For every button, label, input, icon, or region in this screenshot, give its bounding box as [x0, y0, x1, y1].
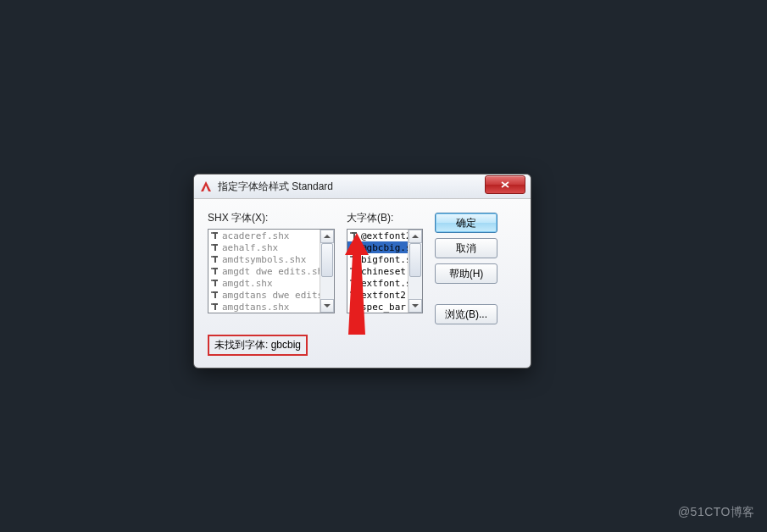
svg-point-11: [350, 280, 352, 281]
scroll-up-button[interactable]: [409, 230, 422, 243]
font-icon: [210, 266, 220, 276]
list-item-label: amdtsymbols.shx: [222, 254, 306, 265]
font-icon: [349, 230, 359, 241]
font-icon: [210, 242, 220, 252]
svg-point-2: [211, 256, 213, 258]
shx-scrollbar[interactable]: [320, 230, 334, 313]
shx-listbox[interactable]: acaderef.shxaehalf.shxamdtsymbols.shxamg…: [208, 229, 335, 313]
svg-point-5: [211, 291, 213, 293]
ok-button[interactable]: 确定: [435, 213, 497, 233]
list-item-label: amgdtans.shx: [222, 302, 289, 313]
list-item-label: amgdt.shx: [222, 278, 273, 289]
svg-point-8: [350, 244, 352, 246]
svg-point-0: [211, 232, 213, 234]
list-item[interactable]: amgdt dwe edits.shx: [208, 265, 334, 277]
bigfont-label: 大字体(B):: [347, 211, 423, 225]
scroll-down-button[interactable]: [409, 299, 422, 313]
button-column: 确定 取消 帮助(H) 浏览(B)...: [435, 211, 497, 324]
dialog-title: 指定字体给样式 Standard: [218, 180, 529, 194]
list-item-label: aehalf.shx: [222, 242, 278, 253]
bigfont-listbox[interactable]: @extfont2.s@gbcbig.shxbigfont.shxchinese…: [347, 229, 423, 313]
scroll-track[interactable]: [320, 243, 334, 299]
list-item-label: amgdt dwe edits.shx: [222, 266, 329, 277]
close-button[interactable]: [485, 175, 525, 194]
svg-point-9: [350, 256, 352, 258]
svg-point-4: [211, 280, 213, 281]
svg-point-7: [350, 232, 352, 234]
shx-label: SHX 字体(X):: [208, 211, 335, 225]
watermark: @51CTO博客: [678, 505, 755, 520]
font-icon: [349, 278, 359, 288]
scroll-track[interactable]: [409, 243, 422, 299]
font-icon: [349, 302, 359, 312]
list-item[interactable]: amgdtans.shx: [208, 301, 334, 313]
list-item[interactable]: amgdtans dwe edits: [208, 289, 334, 301]
missing-font-status: 未找到字体: gbcbig: [208, 335, 308, 356]
svg-point-3: [211, 268, 213, 269]
titlebar[interactable]: 指定字体给样式 Standard: [194, 175, 531, 199]
font-icon: [210, 230, 220, 241]
list-item[interactable]: aehalf.shx: [208, 241, 334, 253]
scroll-down-button[interactable]: [320, 299, 334, 313]
font-icon: [349, 254, 359, 264]
cancel-button[interactable]: 取消: [435, 238, 497, 258]
list-item[interactable]: acaderef.shx: [208, 230, 334, 241]
browse-button[interactable]: 浏览(B)...: [435, 304, 497, 324]
bigfont-column: 大字体(B): @extfont2.s@gbcbig.shxbigfont.sh…: [347, 211, 423, 324]
shx-column: SHX 字体(X): acaderef.shxaehalf.shxamdtsym…: [208, 211, 335, 324]
svg-point-13: [350, 303, 352, 305]
font-icon: [210, 302, 220, 312]
scroll-thumb[interactable]: [321, 243, 333, 277]
big-scrollbar[interactable]: [408, 230, 422, 313]
dialog-body: SHX 字体(X): acaderef.shxaehalf.shxamdtsym…: [194, 199, 531, 335]
font-icon: [349, 242, 359, 252]
list-item-label: amgdtans dwe edits: [222, 290, 323, 301]
list-item-label: acaderef.shx: [222, 230, 289, 241]
font-icon: [210, 290, 220, 300]
font-icon: [210, 278, 220, 288]
scroll-up-button[interactable]: [320, 230, 334, 243]
scroll-thumb[interactable]: [409, 243, 421, 277]
svg-point-12: [350, 291, 352, 293]
help-button[interactable]: 帮助(H): [435, 263, 497, 284]
list-item[interactable]: amdtsymbols.shx: [208, 253, 334, 265]
svg-point-1: [211, 244, 213, 246]
svg-point-10: [350, 268, 352, 269]
font-dialog: 指定字体给样式 Standard SHX 字体(X): acaderef.shx…: [193, 174, 531, 369]
font-icon: [210, 254, 220, 264]
svg-point-6: [211, 303, 213, 305]
autocad-icon: [199, 180, 213, 193]
font-icon: [349, 290, 359, 300]
status-row: 未找到字体: gbcbig: [194, 335, 531, 368]
font-icon: [349, 266, 359, 276]
list-item[interactable]: amgdt.shx: [208, 277, 334, 289]
